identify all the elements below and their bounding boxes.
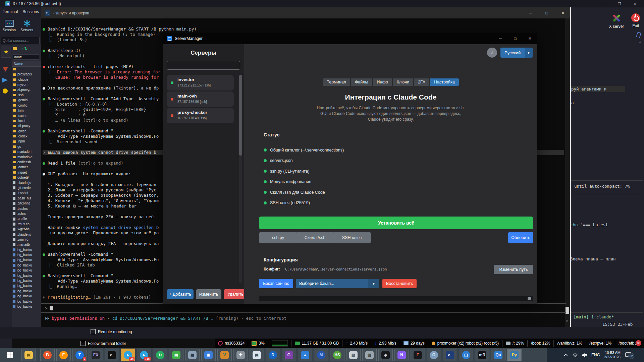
file-item[interactable]: dotnet9 xyxy=(12,175,41,180)
sm-close-button[interactable]: ✕ xyxy=(523,33,537,44)
backup-select[interactable]: Выберите бэкап... ▼ xyxy=(296,279,379,288)
file-item[interactable]: .qwen xyxy=(12,129,41,134)
server-card[interactable]: investor173.212.212.157 [ssh] xyxy=(167,75,234,90)
refresh-icon[interactable]: ↻ xyxy=(24,47,28,51)
taskbar-app-mremoteng[interactable]: mR xyxy=(475,349,489,361)
chevron-down-icon[interactable]: ▼ xyxy=(525,48,533,58)
component-button[interactable]: Скилл /ssh xyxy=(296,232,334,243)
taskbar-app-brave[interactable]: B xyxy=(40,349,55,361)
file-item[interactable]: .tmux.co xyxy=(12,222,41,227)
file-item[interactable]: .kimi xyxy=(12,108,41,113)
file-item[interactable]: log_backu xyxy=(12,268,41,273)
speaker-icon[interactable] xyxy=(582,353,587,357)
sftp-path-input[interactable] xyxy=(13,54,39,60)
file-item[interactable]: log_backu xyxy=(12,283,41,288)
remote-monitoring-toggle[interactable]: Remote monitoring xyxy=(91,329,132,334)
input-language[interactable]: ENG xyxy=(591,353,600,357)
taskbar-app-hs-app[interactable]: HS xyxy=(330,349,344,361)
menu-item[interactable]: Sessions xyxy=(22,9,39,14)
download-icon[interactable]: ↓ xyxy=(18,47,20,51)
tab-Настройка[interactable]: Настройка xyxy=(430,78,459,86)
window-minimize-button[interactable]: ─ xyxy=(599,1,610,7)
file-item[interactable]: .nuget xyxy=(12,170,41,175)
scrollbar-down-icon[interactable]: ∨ xyxy=(566,319,568,323)
file-item[interactable]: endlessh xyxy=(12,160,41,165)
taskbar-app-image-viewer[interactable]: ▣ xyxy=(201,349,216,361)
sm-maximize-button[interactable]: □ xyxy=(508,33,523,44)
file-item[interactable]: log_backu xyxy=(12,299,41,304)
sftp-name-header[interactable]: Name xyxy=(12,61,41,67)
file-item[interactable]: log_backu xyxy=(12,294,41,299)
file-item[interactable]: .viminfo xyxy=(12,237,41,242)
taskbar-app-figma[interactable]: F xyxy=(411,349,425,361)
terminal-close-button[interactable]: ✕ xyxy=(555,7,570,18)
file-item[interactable]: .ssh xyxy=(12,93,41,98)
wifi-icon[interactable] xyxy=(572,353,578,357)
taskbar-app-python-app[interactable]: Py xyxy=(507,349,522,361)
bottom-scrollbar-thumb[interactable] xyxy=(528,297,531,300)
tab-Терминал[interactable]: Терминал xyxy=(323,78,350,86)
language-select[interactable]: Русский ▼ xyxy=(500,48,533,58)
add-server-button[interactable]: + Добавить xyxy=(167,289,194,299)
taskbar-clock[interactable]: 10:53 AM 2/23/2026 xyxy=(604,351,621,359)
file-item[interactable]: .cache xyxy=(12,113,41,118)
file-item[interactable]: log_backu xyxy=(12,252,41,257)
file-item[interactable]: myvpn xyxy=(12,82,41,87)
sftp-tool-icon[interactable] xyxy=(3,67,8,72)
file-item[interactable]: log_backu xyxy=(12,273,41,278)
component-button[interactable]: SSH-ключ xyxy=(333,232,371,243)
file-item[interactable]: .lesshst xyxy=(12,190,41,195)
edit-server-button[interactable]: Изменить xyxy=(196,289,221,299)
file-item[interactable]: ai-proxy- xyxy=(12,87,41,93)
monitoring-close-icon[interactable]: ✕ xyxy=(636,340,641,346)
window-restore-button[interactable]: ❐ xyxy=(614,1,625,7)
taskbar-app-froxy[interactable]: FX xyxy=(89,349,103,361)
tab-Файлы[interactable]: Файлы xyxy=(351,78,372,86)
chevron-down-icon[interactable]: ▼ xyxy=(368,279,379,288)
tray-chevron-icon[interactable] xyxy=(564,353,568,357)
file-item[interactable]: .bash_his xyxy=(12,196,41,201)
file-item[interactable]: .gitconfig xyxy=(12,201,41,206)
change-path-button[interactable]: Изменить путь xyxy=(494,265,533,274)
taskbar-app-thunderbird[interactable]: T2 xyxy=(72,349,87,361)
server-search-input[interactable] xyxy=(167,61,240,70)
taskbar-app-telegram[interactable]: ▸715 xyxy=(137,349,151,361)
file-item[interactable]: .claude.js xyxy=(12,180,41,185)
taskbar-app-notion-n[interactable]: N xyxy=(394,349,409,361)
refresh-button[interactable]: Обновить xyxy=(508,232,533,243)
info-button[interactable]: i xyxy=(487,48,497,58)
session-button[interactable]: Session xyxy=(3,16,16,36)
taskbar-app-photos[interactable]: ▲ xyxy=(298,349,312,361)
file-item[interactable]: log_backu xyxy=(12,263,41,268)
taskbar-app-notepad[interactable]: ▤ xyxy=(250,349,264,361)
taskbar-app-tools[interactable]: ✚ xyxy=(233,349,248,361)
x-server-button[interactable]: X server xyxy=(609,13,624,37)
taskbar-app-firefox[interactable]: F xyxy=(56,349,71,361)
file-item[interactable]: log_backu xyxy=(12,257,41,262)
favorites-star-icon[interactable]: ★ xyxy=(1,46,11,58)
server-card[interactable]: proxy-checker161.97.118.40 [ssh] xyxy=(167,108,234,123)
taskbar-app-mascot[interactable]: M xyxy=(314,349,328,361)
tunnel-tool-icon[interactable] xyxy=(2,78,8,82)
upload-icon[interactable]: ↑ xyxy=(21,47,23,51)
taskbar-app-dbeaver[interactable]: D xyxy=(266,349,280,361)
claude-prompt-input[interactable]: > xyxy=(41,303,566,313)
file-item[interactable]: mariadb-i xyxy=(12,149,41,154)
folder-up-icon[interactable] xyxy=(13,47,17,50)
taskbar-app-chromium[interactable]: O xyxy=(427,349,441,361)
taskbar-app-gitea[interactable]: G xyxy=(282,349,296,361)
taskbar-app-vhs-app[interactable]: V xyxy=(217,349,232,361)
file-item[interactable]: .mariadb xyxy=(12,242,41,247)
taskbar-app-notes[interactable]: ▤ xyxy=(169,349,183,361)
taskbar-app-display[interactable]: ▢ xyxy=(459,349,473,361)
scrollbar-up-icon[interactable]: ^ xyxy=(639,41,641,45)
window-close-button[interactable]: ✕ xyxy=(629,1,641,7)
file-item[interactable]: .. xyxy=(12,67,41,72)
server-card[interactable]: main-ovh37.187.136.86 [ssh] xyxy=(167,92,234,107)
component-button[interactable]: ssh.py xyxy=(259,232,297,243)
sm-minimize-button[interactable]: ─ xyxy=(493,33,508,44)
terminal-minimize-button[interactable]: ─ xyxy=(523,7,538,18)
file-item[interactable]: .bashrc xyxy=(12,206,41,211)
delete-server-button[interactable]: Удалить xyxy=(224,289,244,299)
taskbar-app-cube[interactable]: ◆ xyxy=(378,349,393,361)
